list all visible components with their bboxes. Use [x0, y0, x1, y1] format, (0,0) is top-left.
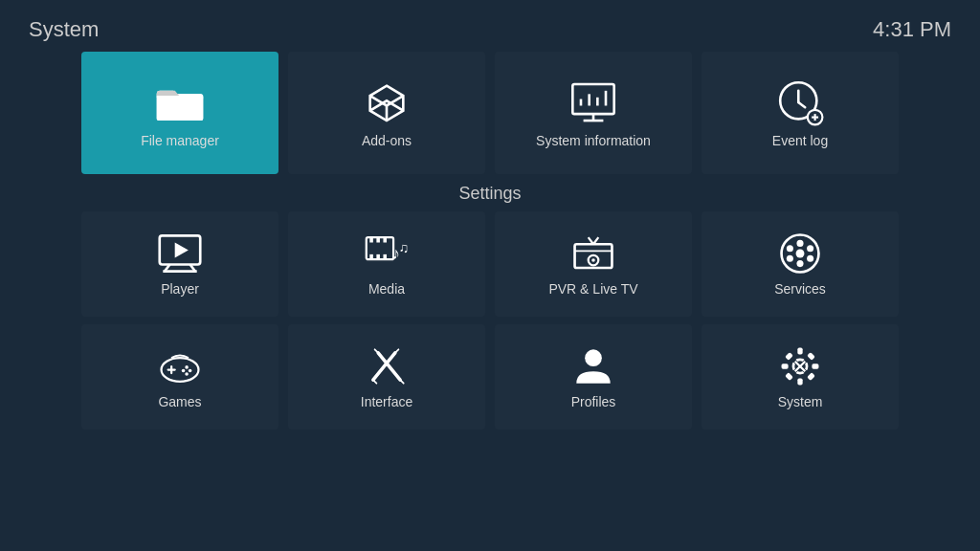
clock: 4:31 PM	[873, 17, 951, 42]
tile-file-manager[interactable]: File manager	[81, 52, 278, 174]
services-icon	[778, 231, 822, 276]
settings-section-label: Settings	[0, 184, 980, 204]
top-bar: System 4:31 PM	[0, 0, 980, 52]
event-log-icon	[775, 77, 825, 127]
svg-line-58	[400, 380, 404, 384]
media-label: Media	[368, 281, 405, 297]
system-label: System	[778, 394, 823, 409]
svg-rect-26	[383, 237, 387, 242]
pvr-icon	[571, 231, 615, 276]
tile-profiles[interactable]: Profiles	[495, 324, 692, 430]
svg-point-52	[185, 372, 189, 376]
profiles-label: Profiles	[571, 394, 616, 409]
system-information-label: System information	[536, 133, 651, 148]
svg-point-59	[585, 349, 602, 366]
svg-text:♫: ♫	[398, 240, 409, 255]
top-tiles-row: File manager Add-ons System information	[0, 52, 980, 174]
tile-event-log[interactable]: Event log	[702, 52, 899, 174]
svg-line-56	[378, 353, 400, 380]
profiles-icon	[571, 344, 615, 388]
svg-point-40	[796, 260, 803, 267]
tile-media[interactable]: ♪ ♫ Media	[288, 211, 485, 317]
svg-rect-25	[376, 237, 380, 242]
svg-point-43	[787, 255, 793, 262]
svg-rect-62	[797, 348, 802, 355]
addons-icon	[362, 77, 412, 127]
svg-rect-66	[785, 352, 793, 361]
tile-system[interactable]: System	[702, 324, 899, 430]
svg-line-53	[373, 353, 395, 380]
svg-rect-68	[785, 372, 793, 381]
event-log-label: Event log	[772, 133, 828, 148]
tile-games[interactable]: Games	[81, 324, 278, 430]
tile-services[interactable]: Services	[702, 211, 899, 317]
svg-rect-28	[376, 254, 380, 259]
pvr-live-tv-label: PVR & Live TV	[548, 281, 637, 297]
tile-add-ons[interactable]: Add-ons	[288, 52, 485, 174]
svg-point-39	[796, 240, 803, 247]
svg-line-54	[373, 380, 377, 384]
games-label: Games	[158, 394, 201, 409]
system-info-icon	[568, 77, 618, 127]
tile-system-information[interactable]: System information	[495, 52, 692, 174]
player-label: Player	[161, 281, 199, 297]
svg-point-50	[189, 369, 192, 373]
svg-point-45	[796, 250, 805, 258]
svg-rect-29	[383, 254, 387, 259]
svg-point-46	[162, 358, 199, 382]
svg-rect-63	[797, 378, 802, 385]
services-label: Services	[774, 281, 826, 297]
svg-rect-1	[157, 94, 204, 121]
page-title: System	[29, 17, 99, 42]
svg-point-49	[185, 365, 189, 369]
svg-rect-64	[782, 364, 789, 368]
svg-marker-19	[175, 243, 189, 258]
folder-icon	[155, 77, 205, 127]
settings-row-2: Games Interface Profiles	[0, 324, 980, 430]
games-icon	[158, 344, 202, 388]
add-ons-label: Add-ons	[362, 133, 412, 148]
interface-label: Interface	[361, 394, 412, 409]
svg-rect-4	[572, 84, 613, 114]
system-icon	[778, 344, 822, 388]
file-manager-label: File manager	[141, 133, 219, 148]
settings-row-1: Player ♪ ♫ Media PVR & Live TV	[0, 211, 980, 317]
tile-interface[interactable]: Interface	[288, 324, 485, 430]
svg-line-57	[375, 349, 379, 353]
svg-point-41	[787, 245, 793, 252]
svg-line-55	[395, 349, 399, 353]
svg-point-51	[182, 369, 186, 373]
svg-rect-65	[812, 364, 818, 368]
interface-icon	[365, 344, 409, 388]
svg-point-44	[807, 255, 813, 262]
svg-rect-24	[369, 237, 373, 242]
svg-rect-69	[807, 372, 815, 381]
tile-player[interactable]: Player	[81, 211, 278, 317]
svg-point-37	[591, 258, 595, 262]
tile-pvr-live-tv[interactable]: PVR & Live TV	[495, 211, 692, 317]
svg-line-13	[798, 102, 805, 107]
svg-rect-67	[807, 352, 815, 361]
svg-point-42	[807, 245, 813, 252]
svg-rect-27	[369, 254, 373, 259]
media-icon: ♪ ♫	[365, 231, 409, 276]
player-icon	[158, 231, 202, 276]
